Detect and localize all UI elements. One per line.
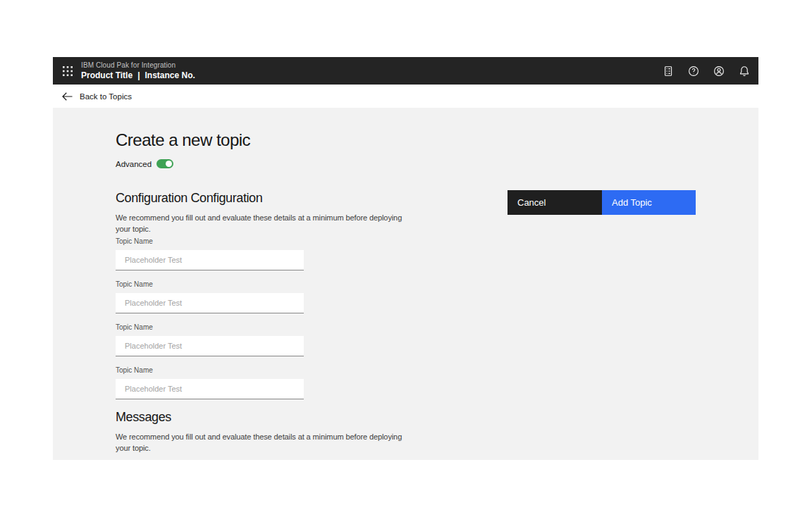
cancel-button[interactable]: Cancel (508, 190, 602, 215)
form-actions: Cancel Add Topic (508, 190, 696, 215)
topic-name-field-2: Topic Name (116, 280, 696, 313)
help-icon[interactable] (681, 57, 706, 85)
topic-name-field-3: Topic Name (116, 323, 696, 356)
topic-name-fields: Topic Name Topic Name Topic Name Topic N… (116, 237, 696, 399)
add-topic-button[interactable]: Add Topic (602, 190, 696, 215)
configuration-section: Configuration Configuration We recommend… (116, 189, 696, 399)
product-line-label: IBM Cloud Pak for Integration (81, 61, 195, 70)
back-row: Back to Topics (53, 85, 758, 108)
catalog-icon[interactable] (656, 57, 681, 85)
topic-name-field-1: Topic Name (116, 237, 696, 270)
user-avatar-icon[interactable] (706, 57, 732, 85)
advanced-toggle[interactable] (156, 159, 173, 168)
back-to-topics-link[interactable]: Back to Topics (62, 92, 132, 101)
topic-name-label: Topic Name (116, 237, 696, 246)
advanced-label: Advanced (116, 160, 152, 168)
product-header: IBM Cloud Pak for Integration Product Ti… (53, 57, 758, 85)
product-title-line: Product Title|Instance No. (81, 70, 195, 81)
app-switcher-icon[interactable] (61, 65, 74, 77)
back-to-topics-label: Back to Topics (80, 92, 132, 101)
topic-name-label: Topic Name (116, 366, 696, 375)
back-arrow-icon (62, 92, 73, 101)
notifications-icon[interactable] (732, 57, 757, 85)
instance-label: Instance No. (144, 70, 195, 80)
messages-section: Messages We recommend you fill out and e… (116, 409, 696, 454)
topic-name-input-1[interactable] (116, 250, 304, 270)
configuration-description: We recommend you fill out and evaluate t… (116, 212, 419, 235)
header-actions (656, 57, 758, 85)
topic-name-input-2[interactable] (116, 293, 304, 313)
topic-name-input-3[interactable] (116, 336, 304, 356)
product-title: Product Title (81, 70, 133, 80)
messages-heading: Messages (116, 409, 696, 425)
toggle-knob (166, 161, 172, 167)
topic-name-label: Topic Name (116, 323, 696, 332)
messages-description: We recommend you fill out and evaluate t… (116, 431, 419, 454)
topic-name-input-4[interactable] (116, 379, 304, 399)
create-topic-panel: Create a new topic Advanced Cancel Add T… (53, 108, 758, 460)
title-separator: | (137, 70, 140, 80)
topic-name-field-4: Topic Name (116, 366, 696, 399)
advanced-row: Advanced (116, 159, 696, 168)
header-left: IBM Cloud Pak for Integration Product Ti… (53, 61, 195, 81)
topic-name-label: Topic Name (116, 280, 696, 289)
page-title: Create a new topic (116, 130, 696, 151)
header-titles: IBM Cloud Pak for Integration Product Ti… (81, 61, 195, 81)
app-window: IBM Cloud Pak for Integration Product Ti… (53, 57, 758, 460)
